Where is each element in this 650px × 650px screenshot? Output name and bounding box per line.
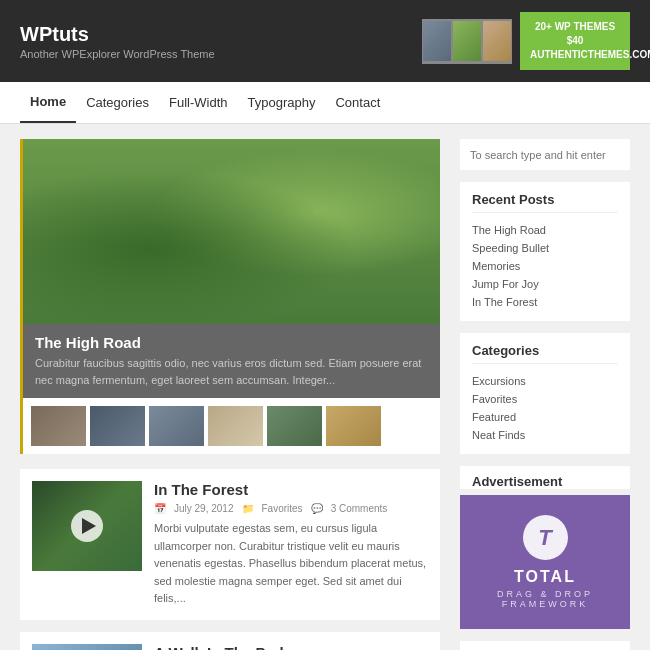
post-category-icon: 📁 (242, 503, 254, 514)
post-comment-icon: 💬 (311, 503, 323, 514)
ad-widget-letter: T (538, 525, 551, 551)
category-neat-finds[interactable]: Neat Finds (472, 426, 618, 444)
post-walk-park: A Walk In The Park 📅 July 15, 2012 📁 Nea… (20, 632, 440, 650)
advertisement-label: Advertisement (460, 466, 630, 489)
thumbnail-2[interactable] (90, 406, 145, 446)
header-advertisement[interactable]: 20+ WP THEMES $40 AUTHENTICTHEMES.COM (422, 12, 630, 70)
thumbnail-1[interactable] (31, 406, 86, 446)
recent-post-4[interactable]: Jump For Joy (472, 275, 618, 293)
recent-posts-title: Recent Posts (472, 192, 618, 213)
featured-post-caption: The High Road Curabitur faucibus sagitti… (23, 324, 440, 398)
post-in-the-forest: In The Forest 📅 July 29, 2012 📁 Favorite… (20, 469, 440, 620)
nav-typography[interactable]: Typography (238, 83, 326, 122)
recent-post-3[interactable]: Memories (472, 257, 618, 275)
ad-cta-button[interactable]: 20+ WP THEMES $40 AUTHENTICTHEMES.COM (520, 12, 630, 70)
search-input[interactable] (470, 149, 620, 161)
post-comments-forest[interactable]: 3 Comments (331, 503, 388, 514)
recent-post-5[interactable]: In The Forest (472, 293, 618, 311)
category-excursions[interactable]: Excursions (472, 372, 618, 390)
post-meta-forest: 📅 July 29, 2012 📁 Favorites 💬 3 Comments (154, 503, 428, 514)
category-featured[interactable]: Featured (472, 408, 618, 426)
main-container: The High Road Curabitur faucibus sagitti… (0, 124, 650, 650)
post-thumbnail-forest[interactable] (32, 481, 142, 571)
nav-categories[interactable]: Categories (76, 83, 159, 122)
site-branding: WPtuts Another WPExplorer WordPress Them… (20, 23, 215, 60)
sidebar-recent-posts: Recent Posts The High Road Speeding Bull… (460, 182, 630, 321)
sidebar-search-box (460, 139, 630, 170)
post-category-forest[interactable]: Favorites (262, 503, 303, 514)
site-title: WPtuts (20, 23, 215, 46)
main-navigation: Home Categories Full-Width Typography Co… (0, 82, 650, 124)
categories-title: Categories (472, 343, 618, 364)
site-subtitle: Another WPExplorer WordPress Theme (20, 48, 215, 60)
play-button[interactable] (71, 510, 103, 542)
post-title-park[interactable]: A Walk In The Park (154, 644, 428, 650)
post-title-forest[interactable]: In The Forest (154, 481, 428, 498)
ad-thumbnail (422, 19, 512, 64)
sidebar: Recent Posts The High Road Speeding Bull… (460, 139, 630, 650)
featured-post: The High Road Curabitur faucibus sagitti… (20, 139, 440, 454)
post-content-park: A Walk In The Park 📅 July 15, 2012 📁 Nea… (154, 644, 428, 650)
sidebar-tags: Tags blog creative fun minimal theme tra… (460, 641, 630, 650)
ad-widget-circle: T (523, 515, 568, 560)
thumbnail-6[interactable] (326, 406, 381, 446)
ad-widget-title: TOTAL (480, 568, 610, 586)
ad-widget[interactable]: T TOTAL DRAG & DROPFRAMEWORK (460, 495, 630, 629)
content-area: The High Road Curabitur faucibus sagitti… (20, 139, 440, 650)
post-date-forest: July 29, 2012 (174, 503, 234, 514)
category-favorites[interactable]: Favorites (472, 390, 618, 408)
featured-post-excerpt: Curabitur faucibus sagittis odio, nec va… (35, 355, 428, 388)
thumbnail-5[interactable] (267, 406, 322, 446)
featured-post-title[interactable]: The High Road (35, 334, 428, 351)
post-date-icon: 📅 (154, 503, 166, 514)
nav-home[interactable]: Home (20, 82, 76, 123)
post-content-forest: In The Forest 📅 July 29, 2012 📁 Favorite… (154, 481, 428, 608)
sidebar-categories: Categories Excursions Favorites Featured… (460, 333, 630, 454)
play-icon (82, 518, 96, 534)
ad-widget-subtitle: DRAG & DROPFRAMEWORK (480, 589, 610, 609)
recent-post-2[interactable]: Speeding Bullet (472, 239, 618, 257)
thumbnail-4[interactable] (208, 406, 263, 446)
site-header: WPtuts Another WPExplorer WordPress Them… (0, 0, 650, 82)
thumbnail-3[interactable] (149, 406, 204, 446)
post-excerpt-forest: Morbi vulputate egestas sem, eu cursus l… (154, 520, 428, 608)
thumbnail-strip (23, 398, 440, 454)
post-thumbnail-park[interactable] (32, 644, 142, 650)
featured-post-image[interactable] (23, 139, 440, 324)
nav-full-width[interactable]: Full-Width (159, 83, 238, 122)
nav-contact[interactable]: Contact (325, 83, 390, 122)
recent-post-1[interactable]: The High Road (472, 221, 618, 239)
